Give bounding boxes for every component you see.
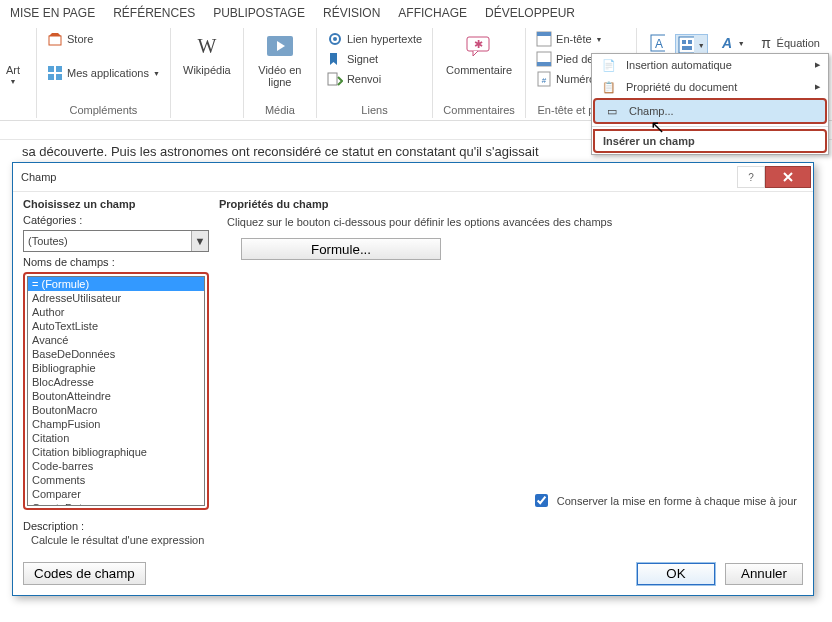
preserve-label: Conserver la mise en forme à chaque mise… bbox=[557, 495, 797, 507]
field-dialog: Champ ? Choisissez un champ Catégories :… bbox=[12, 162, 814, 596]
wikipedia-button[interactable]: W Wikipédia bbox=[179, 30, 235, 76]
categories-label: Catégories : bbox=[23, 214, 209, 226]
art-label: Art bbox=[6, 64, 20, 76]
svg-text:✱: ✱ bbox=[474, 38, 483, 50]
equation-label: Équation bbox=[777, 37, 820, 49]
quickparts-menu: 📄Insertion automatique▶ 📋Propriété du do… bbox=[591, 53, 829, 155]
category-select[interactable]: (Toutes) ▼ bbox=[23, 230, 209, 252]
menu-field[interactable]: ▭Champ... bbox=[593, 98, 827, 124]
textbox-icon: A bbox=[649, 35, 665, 51]
close-button[interactable] bbox=[765, 166, 811, 188]
tab-mailings[interactable]: PUBLIPOSTAGE bbox=[213, 6, 305, 20]
list-item[interactable]: Code-barres bbox=[28, 459, 204, 473]
svg-rect-1 bbox=[48, 66, 54, 72]
cancel-button[interactable]: Annuler bbox=[725, 563, 803, 585]
group-comments: Commentaires bbox=[441, 102, 517, 118]
bookmark-icon bbox=[327, 51, 343, 67]
list-item[interactable]: BaseDeDonnées bbox=[28, 347, 204, 361]
svg-rect-21 bbox=[679, 37, 694, 53]
art-icon bbox=[0, 30, 29, 62]
fieldnames-list[interactable]: = (Formule) AdresseUtilisateur Author Au… bbox=[27, 276, 205, 506]
fieldnames-label: Noms de champs : bbox=[23, 256, 209, 268]
autotext-icon: 📄 bbox=[600, 58, 618, 72]
ok-button[interactable]: OK bbox=[637, 563, 715, 585]
list-item[interactable]: Comments bbox=[28, 473, 204, 487]
list-item[interactable]: BlocAdresse bbox=[28, 375, 204, 389]
list-item[interactable]: Bibliographie bbox=[28, 361, 204, 375]
ribbon: Art ▼ Store Mes applications ▼ Complémen… bbox=[0, 28, 832, 121]
list-item[interactable]: CreateDate bbox=[28, 501, 204, 506]
field-dialog-scrim: Champ ? Choisissez un champ Catégories :… bbox=[12, 162, 812, 596]
store-label: Store bbox=[67, 33, 93, 45]
field-icon: ▭ bbox=[603, 104, 621, 118]
store-button[interactable]: Store bbox=[45, 30, 162, 48]
list-item[interactable]: AdresseUtilisateur bbox=[28, 291, 204, 305]
svg-rect-0 bbox=[49, 36, 61, 45]
link-icon bbox=[327, 31, 343, 47]
list-item[interactable]: Author bbox=[28, 305, 204, 319]
quickparts-icon bbox=[678, 37, 694, 53]
pagenum-icon: # bbox=[536, 71, 552, 87]
svg-rect-14 bbox=[537, 32, 551, 36]
svg-text:#: # bbox=[542, 76, 547, 85]
group-links: Liens bbox=[325, 102, 424, 118]
svg-text:A: A bbox=[655, 37, 663, 51]
wordart-button[interactable]: A▼ bbox=[716, 34, 747, 52]
menu-autotext[interactable]: 📄Insertion automatique▶ bbox=[592, 54, 828, 76]
svg-rect-24 bbox=[682, 46, 692, 50]
list-item[interactable]: Comparer bbox=[28, 487, 204, 501]
video-button[interactable]: Vidéo en ligne bbox=[252, 30, 308, 88]
list-item[interactable]: BoutonAtteindre bbox=[28, 389, 204, 403]
tab-developer[interactable]: DÉVELOPPEUR bbox=[485, 6, 575, 20]
comment-button[interactable]: ✱ Commentaire bbox=[441, 30, 517, 76]
list-item[interactable]: BoutonMacro bbox=[28, 403, 204, 417]
header-button[interactable]: En-tête ▼ bbox=[534, 30, 628, 48]
tab-layout[interactable]: MISE EN PAGE bbox=[10, 6, 95, 20]
dropdown-icon: ▼ bbox=[191, 231, 208, 251]
formula-button[interactable]: Formule... bbox=[241, 238, 441, 260]
svg-text:π: π bbox=[761, 35, 771, 51]
video-label: Vidéo en ligne bbox=[252, 64, 308, 88]
hyperlink-button[interactable]: Lien hypertexte bbox=[325, 30, 424, 48]
footer-icon bbox=[536, 51, 552, 67]
wordart-icon: A bbox=[718, 35, 734, 51]
titlebar[interactable]: Champ ? bbox=[13, 163, 813, 192]
list-item[interactable]: Citation bibliographique bbox=[28, 445, 204, 459]
menu-insert-field-label: Insérer un champ bbox=[603, 135, 695, 147]
menu-insert-field[interactable]: Insérer un champ bbox=[593, 129, 827, 153]
list-item[interactable]: ChampFusion bbox=[28, 417, 204, 431]
help-button[interactable]: ? bbox=[737, 166, 765, 188]
tab-references[interactable]: RÉFÉRENCES bbox=[113, 6, 195, 20]
menu-field-label: Champ... bbox=[629, 105, 674, 117]
list-item[interactable]: Citation bbox=[28, 431, 204, 445]
header-label: En-tête bbox=[556, 33, 591, 45]
svg-point-9 bbox=[333, 37, 337, 41]
tab-view[interactable]: AFFICHAGE bbox=[398, 6, 467, 20]
list-item[interactable]: Avancé bbox=[28, 333, 204, 347]
fieldnames-frame: = (Formule) AdresseUtilisateur Author Au… bbox=[23, 272, 209, 510]
wikipedia-label: Wikipédia bbox=[183, 64, 231, 76]
field-codes-button[interactable]: Codes de champ bbox=[23, 562, 146, 585]
wikipedia-icon: W bbox=[191, 30, 223, 62]
crossref-icon bbox=[327, 71, 343, 87]
list-item[interactable]: = (Formule) bbox=[28, 277, 204, 291]
properties-label: Propriétés du champ bbox=[219, 198, 803, 210]
preserve-checkbox[interactable] bbox=[535, 494, 548, 507]
hint-text: Cliquez sur le bouton ci-dessous pour dé… bbox=[219, 210, 803, 238]
textbox-button[interactable]: A bbox=[647, 34, 667, 52]
svg-text:A: A bbox=[721, 35, 732, 51]
bookmark-button[interactable]: Signet bbox=[325, 50, 424, 68]
crossref-button[interactable]: Renvoi bbox=[325, 70, 424, 88]
ribbon-tabs: MISE EN PAGE RÉFÉRENCES PUBLIPOSTAGE RÉV… bbox=[0, 0, 832, 28]
myapps-button[interactable]: Mes applications ▼ bbox=[45, 64, 162, 82]
video-icon bbox=[264, 30, 296, 62]
art-button[interactable]: Art ▼ bbox=[2, 30, 28, 102]
menu-docprop[interactable]: 📋Propriété du document▶ bbox=[592, 76, 828, 98]
svg-text:W: W bbox=[197, 35, 216, 57]
equation-button[interactable]: πÉquation bbox=[755, 34, 822, 52]
tab-review[interactable]: RÉVISION bbox=[323, 6, 380, 20]
menu-docprop-label: Propriété du document bbox=[626, 81, 737, 93]
description-text: Calcule le résultat d'une expression bbox=[23, 532, 803, 546]
docprop-icon: 📋 bbox=[600, 80, 618, 94]
list-item[interactable]: AutoTextListe bbox=[28, 319, 204, 333]
